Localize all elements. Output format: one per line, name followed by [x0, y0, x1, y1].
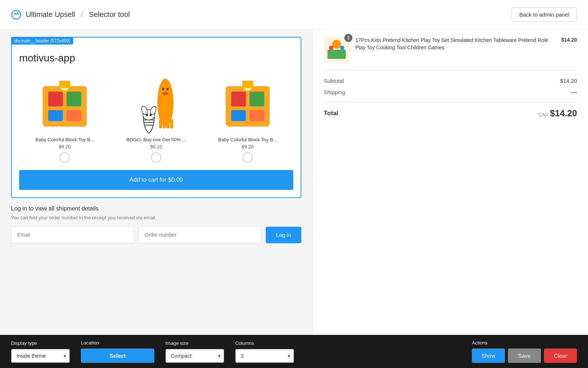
- product-image-2: [130, 75, 182, 134]
- svg-point-17: [150, 114, 152, 116]
- product-radio-2[interactable]: [151, 152, 161, 163]
- main-content: div.main__header (572x409) motivus-app: [0, 29, 588, 335]
- svg-rect-28: [170, 119, 173, 128]
- right-panel: 1 17Pcs Kids Pretend Kitchen Play Toy Se…: [312, 29, 588, 335]
- svg-point-39: [329, 46, 333, 50]
- svg-rect-5: [67, 110, 81, 121]
- display-type-label: Display type: [11, 340, 70, 346]
- columns-select[interactable]: 1 2 3 4: [235, 349, 294, 363]
- product-radio-1[interactable]: [60, 152, 70, 163]
- product-name-2: BOGO: Buy one Get 50% ...: [126, 137, 186, 142]
- svg-rect-32: [231, 110, 246, 121]
- product-price-3: $9.20: [241, 144, 254, 149]
- columns-select-wrapper: 1 2 3 4: [235, 349, 294, 363]
- product-item: Baby Colorful Block Toy B... $9.20: [202, 71, 293, 166]
- svg-rect-26: [163, 119, 166, 128]
- add-to-cart-button[interactable]: Add to cart for $0.00: [19, 170, 293, 190]
- svg-point-40: [340, 46, 344, 50]
- image-size-select[interactable]: Compact Small Medium Large: [165, 349, 224, 363]
- products-grid: Baby Colorful Block Toy B... $9.20: [12, 68, 301, 170]
- location-select-button[interactable]: Select: [81, 348, 154, 363]
- totals-divider: [324, 102, 577, 102]
- login-subtitle: You can find your order number in the re…: [11, 215, 301, 220]
- grand-total-row: Total CAD $14.20: [324, 108, 577, 118]
- login-button[interactable]: Log in: [266, 227, 301, 243]
- location-label: Location: [81, 340, 154, 346]
- actions-label: Actions: [472, 340, 577, 346]
- shipping-row: Shipping —: [324, 88, 577, 96]
- subtotal-value: $14.20: [560, 78, 577, 84]
- shipping-value: —: [570, 88, 577, 96]
- svg-rect-35: [242, 81, 253, 88]
- order-image-wrap: 1: [324, 37, 349, 63]
- order-totals: Subtotal $14.20 Shipping — Total CAD $14…: [324, 78, 577, 118]
- subtotal-row: Subtotal $14.20: [324, 78, 577, 84]
- svg-rect-31: [250, 92, 264, 106]
- svg-point-22: [162, 88, 164, 90]
- product-item: Baby Colorful Block Toy B... $9.20: [19, 71, 111, 166]
- svg-rect-3: [67, 92, 81, 106]
- brand-name: Ultimate Upsell: [26, 10, 75, 19]
- svg-rect-27: [166, 119, 169, 128]
- svg-rect-38: [327, 50, 346, 59]
- product-item: BOGO: Buy one Get 50% ... $6.10: [111, 71, 202, 166]
- actions-group: Actions Show Save Clear: [472, 340, 577, 363]
- selector-box: div.main__header (572x409) motivus-app: [11, 37, 301, 198]
- columns-group: Columns 1 2 3 4: [235, 340, 294, 363]
- product-price-1: $9.20: [59, 144, 71, 149]
- display-type-select-wrapper: Inside theme Popup Drawer: [11, 349, 70, 363]
- subtotal-label: Subtotal: [324, 78, 344, 84]
- image-size-label: Image size: [165, 340, 224, 346]
- back-to-admin-button[interactable]: Back to admin panel: [512, 7, 577, 22]
- order-price: $14.20: [561, 37, 577, 43]
- clear-button[interactable]: Clear: [544, 348, 577, 363]
- svg-rect-2: [48, 92, 63, 106]
- bottom-toolbar: Display type Inside theme Popup Drawer L…: [0, 335, 588, 368]
- columns-label: Columns: [235, 340, 294, 346]
- order-name: 17Pcs Kids Pretend Kitchen Play Toy Set …: [355, 37, 555, 51]
- display-type-select[interactable]: Inside theme Popup Drawer: [11, 349, 70, 363]
- save-button[interactable]: Save: [508, 348, 541, 363]
- header-left: Ultimate Upsell / Selector tool: [11, 10, 130, 20]
- display-type-group: Display type Inside theme Popup Drawer: [11, 340, 70, 363]
- image-size-group: Image size Compact Small Medium Large: [165, 340, 224, 363]
- login-form: Log in: [11, 226, 301, 243]
- svg-rect-33: [250, 110, 264, 121]
- header-separator: /: [81, 10, 83, 19]
- order-number-input[interactable]: [139, 226, 262, 243]
- logo-icon: [11, 10, 21, 20]
- product-radio-3[interactable]: [243, 152, 253, 163]
- product-name-1: Baby Colorful Block Toy B...: [35, 137, 94, 142]
- top-header: Ultimate Upsell / Selector tool Back to …: [0, 0, 588, 29]
- login-section: Log in to view all shipment details You …: [11, 205, 301, 251]
- selector-label: div.main__header (572x409): [11, 37, 73, 45]
- currency-label: CAD: [538, 112, 548, 117]
- total-label: Total: [324, 110, 338, 117]
- shipping-label: Shipping: [324, 89, 345, 95]
- login-title: Log in to view all shipment details: [11, 205, 301, 212]
- total-amount: $14.20: [550, 108, 577, 118]
- svg-rect-25: [159, 119, 162, 128]
- actions-buttons: Show Save Clear: [472, 348, 577, 363]
- left-panel: div.main__header (572x409) motivus-app: [0, 29, 312, 335]
- svg-point-16: [146, 114, 148, 116]
- location-group: Location Select: [81, 340, 154, 363]
- svg-rect-30: [231, 92, 246, 106]
- svg-point-23: [166, 88, 169, 90]
- grand-value: CAD $14.20: [538, 108, 577, 118]
- page-subtitle: Selector tool: [89, 10, 130, 19]
- product-name-3: Baby Colorful Block Toy B...: [218, 137, 277, 142]
- svg-rect-7: [59, 81, 70, 88]
- svg-point-37: [332, 40, 341, 49]
- order-details: 17Pcs Kids Pretend Kitchen Play Toy Set …: [355, 37, 555, 51]
- svg-rect-4: [48, 110, 63, 121]
- image-size-select-wrapper: Compact Small Medium Large: [165, 349, 224, 363]
- email-input[interactable]: [11, 226, 134, 243]
- order-badge: 1: [344, 34, 352, 42]
- show-button[interactable]: Show: [472, 348, 505, 363]
- product-image-3: [222, 75, 273, 134]
- product-image-1: [39, 75, 90, 134]
- order-item: 1 17Pcs Kids Pretend Kitchen Play Toy Se…: [324, 37, 577, 70]
- svg-point-24: [162, 92, 168, 95]
- product-price-2: $6.10: [150, 144, 162, 149]
